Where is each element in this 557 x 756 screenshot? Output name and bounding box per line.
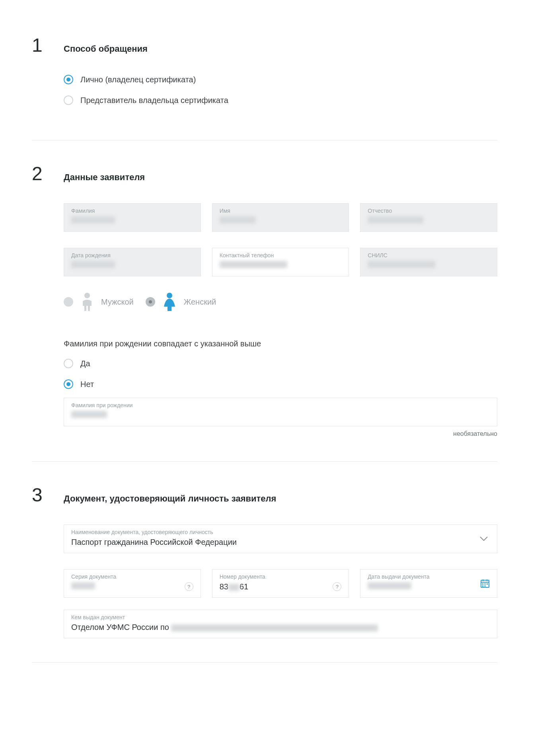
- snils-label: СНИЛС: [368, 252, 490, 258]
- gender-female-label: Женский: [184, 297, 216, 307]
- doc-name-value: Паспорт гражданина Российской Федерации: [71, 538, 490, 547]
- gender-male-label: Мужской: [101, 297, 134, 307]
- radio-personal[interactable]: Лично (владелец сертификата): [64, 75, 497, 84]
- svg-rect-6: [482, 583, 483, 585]
- phone-value-redacted: [220, 261, 287, 268]
- female-icon: [162, 292, 177, 311]
- radio-icon-selected: [64, 379, 73, 389]
- radio-yes[interactable]: Да: [64, 359, 497, 368]
- svg-rect-10: [484, 585, 485, 587]
- gender-male-radio[interactable]: [64, 297, 73, 307]
- dob-field: Дата рождения: [64, 248, 201, 276]
- radio-representative[interactable]: Представитель владельца сертификата: [64, 95, 497, 105]
- svg-point-0: [84, 293, 90, 298]
- doc-number-value: 8361: [220, 582, 342, 592]
- svg-rect-7: [484, 583, 485, 585]
- surname-value-redacted: [71, 216, 115, 223]
- dob-label: Дата рождения: [71, 252, 193, 258]
- radio-no-label: Нет: [80, 380, 94, 389]
- step-3-header: 3 Документ, удостоверяющий личность заяв…: [32, 486, 497, 505]
- snils-field: СНИЛС: [360, 248, 497, 276]
- doc-number-label: Номер документа: [220, 573, 342, 580]
- radio-icon-selected: [64, 75, 73, 84]
- step-number-2: 2: [32, 164, 48, 183]
- radio-yes-label: Да: [80, 359, 90, 368]
- radio-icon-unselected: [64, 95, 73, 105]
- doc-issue-date-value-redacted: [368, 582, 411, 589]
- patronymic-value-redacted: [368, 216, 423, 223]
- birth-surname-field[interactable]: Фамилия при рождении: [64, 398, 497, 426]
- doc-issued-by-label: Кем выдан документ: [71, 614, 490, 620]
- snils-value-redacted: [368, 261, 435, 268]
- name-field: Имя: [212, 203, 349, 232]
- gender-selector: Мужской Женский: [64, 292, 497, 311]
- svg-rect-8: [487, 583, 488, 585]
- phone-label: Контактный телефон: [220, 252, 342, 258]
- step-2-section: 2 Данные заявителя Фамилия Имя Отчество …: [32, 164, 497, 462]
- step-number-3: 3: [32, 486, 48, 505]
- surname-label: Фамилия: [71, 208, 193, 214]
- svg-point-1: [167, 293, 172, 298]
- radio-personal-label: Лично (владелец сертификата): [80, 75, 196, 84]
- male-icon: [80, 292, 94, 311]
- phone-field[interactable]: Контактный телефон: [212, 248, 349, 276]
- birth-surname-question: Фамилия при рождении совпадает с указанн…: [64, 339, 497, 348]
- optional-note: необязательно: [64, 430, 497, 437]
- help-icon[interactable]: ?: [185, 582, 193, 591]
- step-1-header: 1 Способ обращения: [32, 36, 497, 55]
- doc-issued-by-value: Отделом УФМС России по: [71, 623, 490, 632]
- step-3-section: 3 Документ, удостоверяющий личность заяв…: [32, 486, 497, 663]
- svg-rect-9: [482, 585, 483, 587]
- name-label: Имя: [220, 208, 342, 214]
- radio-representative-label: Представитель владельца сертификата: [80, 96, 228, 105]
- doc-issue-date-field[interactable]: Дата выдачи документа: [360, 569, 497, 598]
- step-2-title: Данные заявителя: [64, 172, 145, 183]
- birth-surname-value-redacted: [71, 411, 107, 418]
- gender-female-radio[interactable]: [146, 297, 155, 307]
- radio-icon-unselected: [64, 359, 73, 368]
- step-1-section: 1 Способ обращения Лично (владелец серти…: [32, 36, 497, 140]
- patronymic-label: Отчество: [368, 208, 490, 214]
- surname-field: Фамилия: [64, 203, 201, 232]
- patronymic-field: Отчество: [360, 203, 497, 232]
- doc-issue-date-label: Дата выдачи документа: [368, 573, 490, 580]
- chevron-down-icon: [479, 536, 488, 542]
- doc-series-field[interactable]: Серия документа ?: [64, 569, 201, 598]
- doc-issued-by-field[interactable]: Кем выдан документ Отделом УФМС России п…: [64, 610, 497, 638]
- dob-value-redacted: [71, 261, 115, 268]
- birth-surname-label: Фамилия при рождении: [71, 402, 490, 408]
- doc-name-select[interactable]: Наименование документа, удостоверяющего …: [64, 525, 497, 553]
- step-2-header: 2 Данные заявителя: [32, 164, 497, 183]
- step-3-title: Документ, удостоверяющий личность заявит…: [64, 494, 276, 504]
- calendar-icon[interactable]: [480, 579, 490, 588]
- doc-name-label: Наименование документа, удостоверяющего …: [71, 529, 490, 535]
- doc-series-label: Серия документа: [71, 573, 193, 580]
- radio-no[interactable]: Нет: [64, 379, 497, 389]
- step-number-1: 1: [32, 36, 48, 55]
- step-1-title: Способ обращения: [64, 44, 148, 54]
- doc-number-field[interactable]: Номер документа 8361 ?: [212, 569, 349, 598]
- name-value-redacted: [220, 216, 255, 223]
- doc-series-value-redacted: [71, 582, 95, 589]
